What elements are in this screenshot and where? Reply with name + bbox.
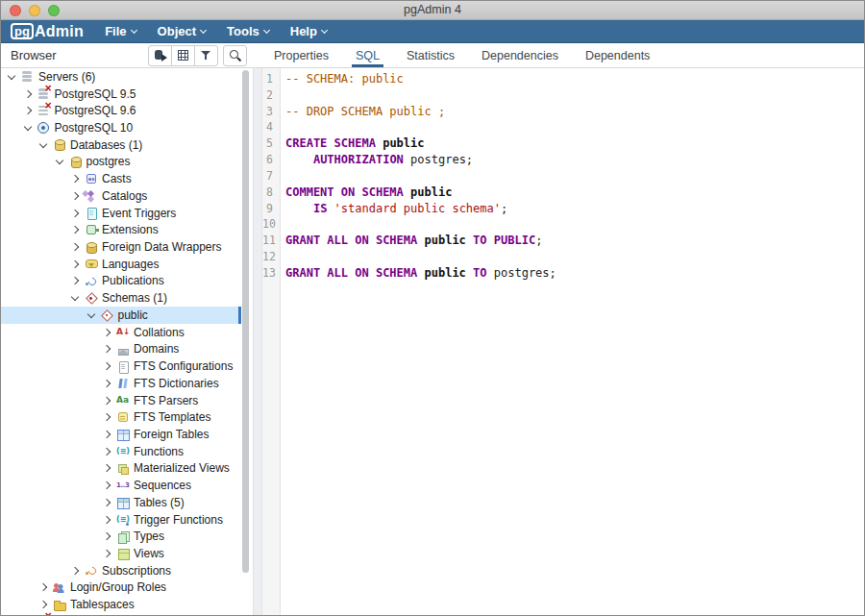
expand-icon[interactable] [71, 226, 79, 234]
tree-item-collations[interactable]: Collations [1, 324, 241, 341]
tree-item-languages[interactable]: Languages [1, 256, 241, 273]
panel-splitter[interactable] [253, 68, 262, 616]
expand-icon[interactable] [103, 345, 111, 353]
token-comment: -- SCHEMA: public [285, 72, 404, 86]
menu-file[interactable]: File [105, 24, 136, 38]
sql-editor[interactable]: 1-- SCHEMA: public23-- DROP SCHEMA publi… [262, 68, 864, 616]
tree-item-types[interactable]: Types [1, 528, 241, 545]
expand-icon[interactable] [71, 209, 79, 216]
tree-item-tables-5[interactable]: Tables (5) [1, 494, 241, 511]
tree-item-views[interactable]: Views [1, 545, 241, 562]
token-plain: postgres; [404, 153, 473, 166]
tree-item-tablespaces[interactable]: Tablespaces [1, 596, 241, 613]
search-button[interactable] [223, 45, 247, 66]
tree-item-label: Materialized Views [134, 461, 230, 475]
tree-item-postgresql-9-6[interactable]: PostgreSQL 9.6 [1, 102, 241, 119]
expand-icon[interactable] [71, 566, 79, 574]
expand-icon[interactable] [39, 601, 47, 608]
collapse-icon[interactable] [39, 139, 47, 147]
tree-item-publications[interactable]: Publications [1, 273, 241, 290]
tree-item-extensions[interactable]: Extensions [1, 221, 241, 238]
expand-icon[interactable] [39, 583, 47, 591]
menu-help[interactable]: Help [290, 24, 327, 38]
expand-icon[interactable] [23, 89, 31, 97]
collapse-icon[interactable] [71, 293, 79, 301]
tree-item-postgresql-9-5[interactable]: PostgreSQL 9.5 [1, 86, 241, 103]
tab-properties[interactable]: Properties [260, 43, 342, 67]
tab-dependents[interactable]: Dependents [572, 43, 663, 67]
menu-object[interactable]: Object [158, 24, 206, 38]
tree-item-public[interactable]: public [1, 307, 241, 324]
chevron-down-icon [131, 26, 137, 33]
minimize-button[interactable] [29, 5, 40, 16]
tree-item-label: Publications [102, 274, 164, 287]
code-line: 4 [262, 119, 864, 136]
tree-item-fts-configurations[interactable]: FTS Configurations [1, 357, 241, 375]
expand-icon[interactable] [71, 243, 79, 251]
expand-icon[interactable] [103, 431, 111, 438]
collapse-icon[interactable] [86, 310, 94, 318]
expand-icon[interactable] [103, 550, 111, 557]
tree-item-foreign-data-wrappers[interactable]: Foreign Data Wrappers [1, 238, 241, 256]
token-comment: -- DROP SCHEMA public ; [285, 105, 445, 118]
expand-icon[interactable] [103, 328, 111, 335]
tree-item-catalogs[interactable]: Catalogs [1, 187, 241, 205]
collapse-icon[interactable] [8, 72, 15, 80]
tree-item-trigger-functions[interactable]: Trigger Functions [1, 511, 241, 529]
tree-item-casts[interactable]: Casts [1, 170, 241, 187]
tree-item-event-triggers[interactable]: Event Triggers [1, 205, 241, 222]
grid-view-button[interactable] [171, 45, 195, 66]
tab-sql[interactable]: SQL [342, 43, 393, 67]
expand-icon[interactable] [103, 499, 111, 506]
tree-item-label: FTS Templates [134, 410, 210, 424]
menu-label: Object [158, 24, 196, 38]
tree-item-fts-parsers[interactable]: FTS Parsers [1, 392, 241, 409]
browser-panel-title: Browser [11, 48, 148, 62]
tree-item-servers-6[interactable]: Servers (6) [1, 68, 241, 86]
expand-icon[interactable] [103, 380, 111, 387]
menu-tools[interactable]: Tools [227, 24, 269, 38]
expand-icon[interactable] [103, 532, 111, 540]
tree-item-materialized-views[interactable]: Materialized Views [1, 460, 241, 478]
tab-statistics[interactable]: Statistics [393, 43, 468, 67]
line-number: 5 [262, 136, 277, 152]
tree-item-login-group-roles[interactable]: Login/Group Roles [1, 579, 241, 597]
expand-icon[interactable] [103, 481, 111, 489]
expand-icon[interactable] [71, 175, 79, 183]
tree-item-postgres[interactable]: postgres [1, 154, 241, 171]
expand-icon[interactable] [103, 413, 111, 421]
close-button[interactable] [10, 5, 21, 16]
expand-icon[interactable] [23, 107, 31, 114]
expand-icon[interactable] [71, 277, 79, 284]
tree-item-fts-dictionaries[interactable]: FTS Dictionaries [1, 375, 241, 392]
tree-item-label: PostgreSQL 9.6 [55, 104, 136, 117]
tree-item-foreign-tables[interactable]: Foreign Tables [1, 426, 241, 443]
expand-icon[interactable] [103, 362, 111, 370]
tree-scrollbar-thumb[interactable] [242, 70, 249, 573]
tree-item-sequences[interactable]: Sequences [1, 477, 241, 494]
expand-icon[interactable] [71, 260, 79, 268]
tree-item-databases-1[interactable]: Databases (1) [1, 136, 241, 154]
collapse-icon[interactable] [55, 157, 62, 164]
expand-icon[interactable] [103, 515, 111, 523]
expand-icon[interactable] [103, 464, 111, 472]
line-number: 7 [262, 168, 277, 185]
tree-item-domains[interactable]: Domains [1, 341, 241, 358]
tree-item-label: Foreign Data Wrappers [102, 240, 222, 254]
tree-scrollbar[interactable] [241, 68, 251, 616]
tree-item-fts-templates[interactable]: FTS Templates [1, 408, 241, 426]
tree-item-schemas-1[interactable]: Schemas (1) [1, 289, 241, 307]
line-number: 3 [262, 104, 277, 120]
tree-item-subscriptions[interactable]: Subscriptions [1, 562, 241, 579]
tree-item-functions[interactable]: Functions [1, 443, 241, 460]
tree-item-postgresql-10[interactable]: PostgreSQL 10 [1, 119, 241, 136]
filter-button[interactable] [194, 45, 218, 66]
expand-icon[interactable] [103, 396, 111, 404]
tab-dependencies[interactable]: Dependencies [468, 43, 572, 67]
expand-icon[interactable] [71, 192, 79, 200]
code-line: 1-- SCHEMA: public [262, 71, 864, 87]
expand-icon[interactable] [103, 447, 111, 455]
collapse-icon[interactable] [23, 123, 31, 131]
acitree-database-button[interactable] [148, 45, 172, 66]
zoom-button[interactable] [48, 5, 60, 16]
